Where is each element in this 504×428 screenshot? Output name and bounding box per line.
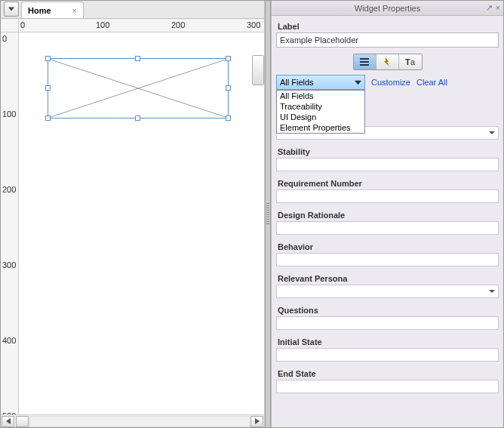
- editor-panel: Home × 0100200300 0100200300400500: [1, 1, 265, 427]
- property-input[interactable]: [276, 221, 499, 235]
- pin-icon[interactable]: ↗: [486, 3, 493, 13]
- mini-scrollbar[interactable]: [252, 55, 264, 85]
- ruler-horizontal: 0100200300: [19, 19, 264, 32]
- resize-handle[interactable]: [45, 85, 51, 91]
- svg-rect-3: [360, 61, 369, 63]
- svg-rect-2: [360, 58, 369, 60]
- property-label: Behavior: [278, 242, 499, 251]
- svg-text:a: a: [410, 58, 416, 66]
- property-input[interactable]: [276, 316, 499, 330]
- property-select[interactable]: [276, 285, 499, 298]
- clear-all-link[interactable]: Clear All: [416, 78, 447, 87]
- ruler-vertical: 0100200300400500: [1, 32, 19, 414]
- scroll-right-button[interactable]: [250, 416, 263, 427]
- properties-panel: Widget Properties ↗ × Label Ta All Field…: [271, 1, 503, 427]
- property-label: Initial State: [278, 337, 499, 346]
- customize-link[interactable]: Customize: [371, 78, 410, 87]
- label-field-label: Label: [278, 22, 499, 31]
- property-label: Stability: [278, 147, 499, 156]
- resize-handle[interactable]: [45, 115, 51, 121]
- tab-menu-button[interactable]: [4, 2, 19, 17]
- resize-handle[interactable]: [226, 85, 231, 91]
- list-view-button[interactable]: [354, 54, 376, 69]
- text-format-button[interactable]: Ta: [399, 54, 422, 69]
- tab-home[interactable]: Home ×: [21, 2, 84, 18]
- property-input[interactable]: [276, 253, 499, 266]
- ruler-tick: 300: [247, 20, 260, 29]
- ruler-tick: 500: [2, 411, 16, 414]
- tab-close-icon[interactable]: ×: [72, 6, 77, 15]
- panel-title: Widget Properties: [355, 4, 420, 13]
- ruler-corner: [1, 19, 19, 32]
- ruler-tick: 200: [2, 185, 16, 194]
- horizontal-scrollbar[interactable]: [1, 414, 264, 427]
- resize-handle[interactable]: [226, 115, 231, 121]
- label-input[interactable]: [276, 32, 499, 48]
- dropdown-option[interactable]: All Fields: [277, 91, 364, 101]
- property-label: End State: [278, 369, 499, 378]
- resize-handle[interactable]: [135, 115, 140, 121]
- tab-label: Home: [28, 6, 51, 15]
- resize-handle[interactable]: [45, 56, 51, 61]
- tab-bar: Home ×: [1, 1, 264, 19]
- ruler-tick: 100: [96, 20, 109, 29]
- resize-handle[interactable]: [135, 56, 140, 61]
- placeholder-widget[interactable]: [48, 58, 229, 119]
- dropdown-selected: All Fields: [280, 78, 314, 87]
- property-input[interactable]: [276, 380, 499, 393]
- panel-header: Widget Properties ↗ ×: [272, 1, 503, 16]
- property-label: Requirement Number: [278, 179, 499, 188]
- svg-rect-4: [360, 64, 369, 66]
- field-filter-options: All FieldsTraceabilityUI DesignElement P…: [276, 90, 365, 134]
- interactions-button[interactable]: [376, 54, 399, 69]
- panel-splitter[interactable]: [265, 1, 271, 427]
- field-filter-dropdown[interactable]: All Fields: [276, 75, 365, 90]
- property-input[interactable]: [276, 158, 499, 171]
- close-icon[interactable]: ×: [496, 3, 500, 13]
- ruler-tick: 0: [2, 34, 7, 43]
- canvas[interactable]: [19, 32, 264, 414]
- ruler-tick: 0: [20, 20, 25, 29]
- property-label: Relevant Persona: [278, 274, 499, 283]
- resize-handle[interactable]: [226, 56, 231, 61]
- view-mode-toggle: Ta: [353, 54, 423, 70]
- property-label: Design Rationale: [278, 211, 499, 220]
- ruler-tick: 200: [171, 20, 185, 29]
- property-input[interactable]: [276, 189, 499, 203]
- property-input[interactable]: [276, 348, 499, 362]
- svg-text:T: T: [405, 58, 410, 66]
- dropdown-option[interactable]: UI Design: [277, 112, 364, 122]
- ruler-tick: 400: [2, 336, 16, 345]
- scroll-thumb[interactable]: [16, 416, 29, 427]
- ruler-tick: 100: [2, 109, 16, 119]
- property-label: Questions: [278, 306, 499, 315]
- dropdown-option[interactable]: Element Properties: [277, 122, 364, 133]
- dropdown-option[interactable]: Traceability: [277, 101, 364, 112]
- ruler-tick: 300: [2, 260, 16, 269]
- scroll-left-button[interactable]: [2, 416, 14, 427]
- scroll-track[interactable]: [29, 416, 250, 427]
